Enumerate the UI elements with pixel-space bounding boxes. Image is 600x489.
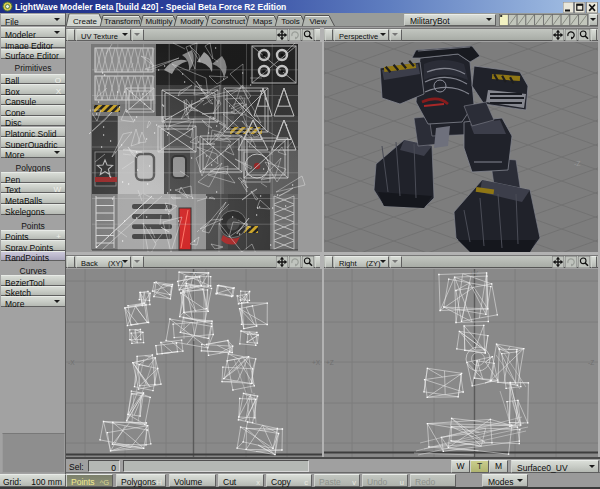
svg-text:Modify: Modify <box>180 17 204 26</box>
svg-text:-X: -X <box>68 359 75 366</box>
svg-text:-Z: -Z <box>574 160 581 167</box>
svg-text:-Z: -Z <box>588 359 594 366</box>
svg-text:Tools: Tools <box>281 17 300 26</box>
svg-text:Transform: Transform <box>104 17 140 26</box>
svg-text:Maps: Maps <box>253 17 273 26</box>
svg-text:+Z: +Z <box>326 359 334 366</box>
svg-text:View: View <box>309 17 326 26</box>
svg-text:Construct: Construct <box>211 17 246 26</box>
svg-text:Create: Create <box>73 17 98 26</box>
svg-text:Multiply: Multiply <box>145 17 172 26</box>
svg-text:+X: +X <box>312 359 321 366</box>
